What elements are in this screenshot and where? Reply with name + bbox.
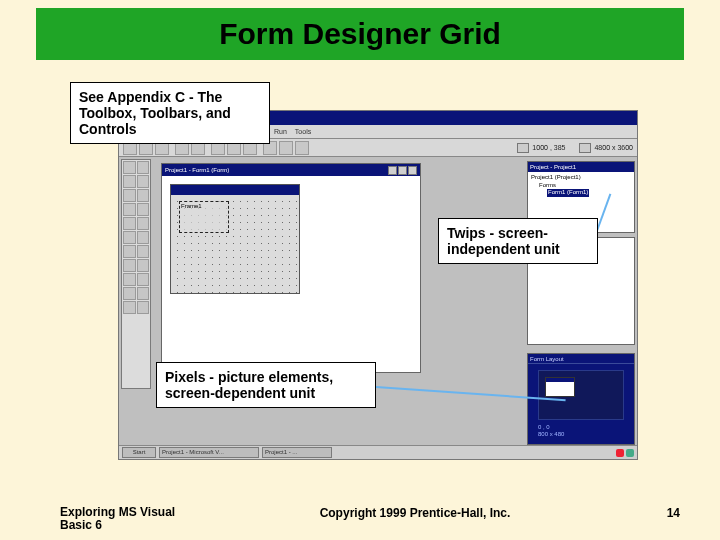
max-icon [398, 166, 407, 175]
callout-pixels: Pixels - picture elements, screen-depend… [156, 362, 376, 408]
form-designer-window: Project1 - Form1 (Form) Frame1 [161, 163, 421, 373]
layout-screen [538, 370, 624, 420]
project-tree: Project1 (Project1) Forms Form1 (Form1) [528, 172, 634, 199]
designer-title: Project1 - Form1 (Form) [165, 167, 387, 173]
designer-grid: Frame1 [162, 176, 420, 372]
start-button: Start [122, 447, 156, 458]
tree-root: Project1 (Project1) [531, 174, 631, 182]
toolbar-coordinates: 1000 , 385 4800 x 3600 [517, 143, 633, 153]
form1-titlebar [171, 185, 299, 195]
menu-item: Run [274, 128, 287, 135]
dims-pos: 0 , 0 [538, 424, 624, 431]
callout-appendix: See Appendix C - The Toolbox, Toolbars, … [70, 82, 270, 144]
vb-toolbox [121, 159, 151, 389]
toolbar-button [295, 141, 309, 155]
tray-icon [626, 449, 634, 457]
coord-position: 1000 , 385 [517, 143, 565, 153]
min-icon [388, 166, 397, 175]
menu-item: Tools [295, 128, 311, 135]
layout-mini-form [545, 377, 575, 397]
form-layout-titlebar: Form Layout [528, 354, 634, 364]
designer-titlebar: Project1 - Form1 (Form) [162, 164, 420, 176]
taskbar-item: Project1 - ... [262, 447, 332, 458]
dims-size: 800 x 480 [538, 431, 624, 438]
taskbar-item: Project1 - Microsoft V... [159, 447, 259, 458]
tray-icon [616, 449, 624, 457]
slide-title-bar: Form Designer Grid [36, 8, 684, 60]
close-icon [408, 166, 417, 175]
slide-footer: Exploring MS Visual Basic 6 Copyright 19… [0, 506, 720, 532]
coord-size: 4800 x 3600 [579, 143, 633, 153]
slide-title: Form Designer Grid [219, 17, 501, 51]
callout-twips: Twips - screen-independent unit [438, 218, 598, 264]
system-tray [616, 449, 634, 457]
layout-dimensions: 0 , 0 800 x 480 [528, 422, 634, 440]
footer-page-number: 14 [620, 506, 680, 520]
project-titlebar: Project - Project1 [528, 162, 634, 172]
tree-item-selected: Form1 (Form1) [547, 189, 589, 197]
footer-copyright: Copyright 1999 Prentice-Hall, Inc. [210, 506, 620, 520]
form1-window: Frame1 [170, 184, 300, 294]
tree-folder: Forms [531, 182, 631, 190]
form1-grid: Frame1 [171, 195, 299, 293]
frame-control: Frame1 [179, 201, 229, 233]
footer-left: Exploring MS Visual Basic 6 [60, 506, 210, 532]
windows-taskbar: Start Project1 - Microsoft V... Project1… [119, 445, 637, 459]
toolbar-button [279, 141, 293, 155]
